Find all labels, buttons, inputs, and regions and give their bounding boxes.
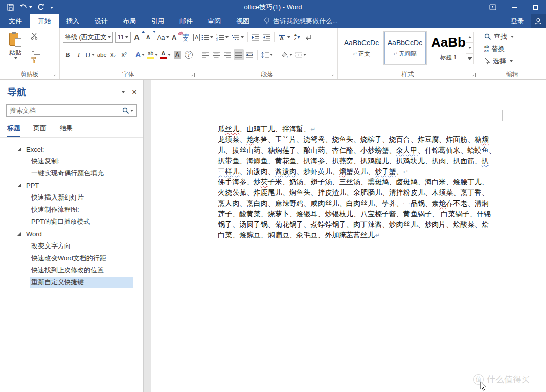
search-icon[interactable]: [122, 107, 129, 114]
paste-button[interactable]: 粘贴: [4, 32, 26, 68]
underline-button[interactable]: U: [85, 49, 95, 60]
format-painter-button[interactable]: [29, 55, 39, 64]
document-page[interactable]: 瓜丝儿、山鸡丁儿、拌海蜇、↵龙须菜、炝冬笋、玉兰片、浇鸳鸯、烧鱼头、烧槟子、烧百…: [151, 80, 546, 392]
numbering-button[interactable]: 123: [215, 32, 230, 43]
tab-审阅[interactable]: 审阅: [200, 14, 229, 28]
style-标题 1[interactable]: AaBb标题 1: [428, 32, 469, 64]
undo-button[interactable]: [19, 4, 32, 11]
tab-邮件[interactable]: 邮件: [172, 14, 200, 28]
bullets-button[interactable]: [200, 32, 214, 43]
tab-file[interactable]: 文件: [0, 14, 30, 28]
font-name-select[interactable]: 等线 (西文正文: [63, 32, 113, 43]
navigation-pane-close-icon[interactable]: ×: [132, 87, 137, 97]
ribbon-display-options-button[interactable]: [482, 0, 504, 14]
tab-引用[interactable]: 引用: [144, 14, 172, 28]
decrease-indent-button[interactable]: [250, 32, 260, 43]
font-dialog-launcher[interactable]: [190, 73, 195, 77]
nav-item-快速插入新幻灯片[interactable]: 快速插入新幻灯片: [0, 191, 143, 204]
styles-dialog-launcher[interactable]: [471, 73, 476, 77]
tab-设计[interactable]: 设计: [87, 14, 115, 28]
editing-group-label: 编辑: [478, 70, 546, 78]
shading-button[interactable]: [280, 49, 293, 60]
nav-item-快速改变Word文档的行距[interactable]: 快速改变Word文档的行距: [0, 252, 143, 264]
clear-formatting-button[interactable]: A: [169, 32, 179, 43]
styles-more-button[interactable]: [466, 54, 473, 64]
save-button[interactable]: [7, 4, 14, 11]
nav-item-重新自定义快捷键[interactable]: 重新自定义快捷键: [0, 276, 143, 288]
subscript-button[interactable]: x₂: [108, 49, 118, 60]
multilevel-list-button[interactable]: [231, 32, 245, 43]
search-input[interactable]: [10, 107, 122, 114]
collapse-triangle-icon[interactable]: [17, 147, 21, 151]
style-正文[interactable]: AaBbCcDc↵正文: [341, 32, 382, 64]
paragraph-dialog-launcher[interactable]: [331, 73, 335, 77]
find-button[interactable]: 查找: [478, 31, 546, 43]
line-spacing-button[interactable]: [260, 49, 274, 60]
align-center-button[interactable]: [211, 49, 221, 60]
styles-scroll-down-button[interactable]: [466, 43, 473, 54]
clipboard-dialog-launcher[interactable]: [53, 73, 57, 77]
nav-item-改变文字方向[interactable]: 改变文字方向: [0, 240, 143, 252]
scissors-icon: [31, 33, 38, 40]
nav-item-快速制作流程图:[interactable]: 快速制作流程图:: [0, 204, 143, 216]
navigation-pane-menu-caret-icon[interactable]: [122, 91, 125, 93]
change-case-button[interactable]: Aa: [158, 32, 168, 43]
increase-indent-button[interactable]: [261, 32, 271, 43]
maximize-button[interactable]: [525, 0, 546, 14]
customize-qat-button[interactable]: [50, 6, 53, 9]
text-highlight-button[interactable]: ab: [147, 49, 159, 60]
italic-button[interactable]: I: [74, 49, 84, 60]
sign-in-button[interactable]: 登录: [504, 17, 531, 26]
enclose-characters-button[interactable]: 字: [184, 49, 194, 60]
nav-group-Word[interactable]: Word: [0, 228, 143, 240]
nav-item-快速复制:[interactable]: 快速复制:: [0, 155, 143, 167]
show-hide-marks-button[interactable]: [303, 32, 313, 43]
shrink-font-button[interactable]: A: [143, 32, 153, 43]
account-button[interactable]: [531, 14, 546, 28]
asian-layout-button[interactable]: A: [277, 32, 291, 43]
document-text-run: 、山鸡丁儿、拌海蜇、: [239, 125, 310, 133]
borders-icon: [295, 52, 302, 58]
nav-item-快速找到上次修改的位置[interactable]: 快速找到上次修改的位置: [0, 264, 143, 276]
tab-布局[interactable]: 布局: [115, 14, 144, 28]
font-color-button[interactable]: A: [159, 49, 171, 60]
nav-tab-标题[interactable]: 标题: [7, 124, 20, 137]
font-size-select[interactable]: 11: [115, 32, 131, 43]
replace-button[interactable]: ab ac 替换: [478, 43, 546, 55]
minimize-button[interactable]: [504, 0, 525, 14]
strikethrough-button[interactable]: abc: [96, 49, 107, 60]
cut-button[interactable]: [29, 32, 39, 41]
nav-group-Excel:[interactable]: Excel:: [0, 143, 143, 155]
bold-button[interactable]: B: [63, 49, 73, 60]
grow-font-button[interactable]: A: [132, 32, 142, 43]
collapse-triangle-icon[interactable]: [17, 232, 21, 236]
align-left-button[interactable]: [200, 49, 210, 60]
select-button[interactable]: 选择: [478, 55, 546, 67]
borders-button[interactable]: [294, 49, 307, 60]
nav-group-PPT[interactable]: PPT: [0, 179, 143, 191]
tell-me-box[interactable]: 告诉我您想要做什么...: [257, 14, 338, 28]
collapse-triangle-icon[interactable]: [17, 183, 21, 187]
window-title: office技巧(1) - Word: [0, 0, 546, 14]
style-无间隔[interactable]: AaBbCcDc↵无间隔: [384, 32, 426, 64]
redo-button[interactable]: [37, 4, 44, 11]
search-options-caret-icon[interactable]: [130, 110, 133, 112]
nav-tab-结果[interactable]: 结果: [60, 124, 73, 137]
nav-tab-页面[interactable]: 页面: [33, 124, 47, 137]
nav-item-一键实现奇偶行颜色填充[interactable]: 一键实现奇偶行颜色填充: [0, 167, 143, 179]
text-effects-button[interactable]: A: [135, 49, 146, 60]
copy-button[interactable]: [29, 43, 39, 53]
styles-scroll-up-button[interactable]: [466, 32, 473, 43]
nav-item-label: 快速插入新幻灯片: [31, 192, 86, 203]
character-shading-button[interactable]: A: [172, 49, 183, 60]
align-right-button[interactable]: [222, 49, 233, 60]
tab-开始[interactable]: 开始: [30, 14, 59, 28]
tab-视图[interactable]: 视图: [229, 14, 257, 28]
sort-button[interactable]: AZ: [292, 32, 302, 43]
distribute-button[interactable]: [245, 49, 255, 60]
superscript-button[interactable]: x²: [119, 49, 129, 60]
justify-button[interactable]: [234, 49, 244, 60]
paragraph-mark-icon: ↵: [310, 126, 315, 133]
nav-item-PPT的窗口播放模式[interactable]: PPT的窗口播放模式: [0, 216, 143, 228]
tab-插入[interactable]: 插入: [59, 14, 87, 28]
